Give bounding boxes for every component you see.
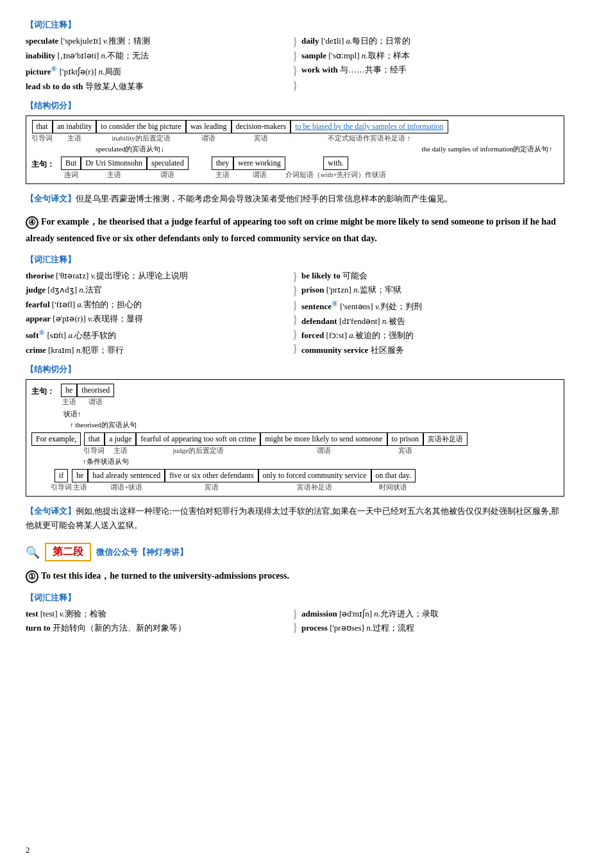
section-tag: 第二段 [45,543,91,561]
vocab-entry: turn to 开始转向（新的方法、新的对象等） [26,622,289,634]
vocab-divider: } } } } [289,35,301,92]
para-4-text: ④For example，he theorised that a judge f… [26,214,564,246]
vocab-entry: test [test] v.测验；检验 [26,608,289,620]
vocab-divider-4: } } } } } } [289,269,301,356]
struct-title-4: 【结构切分】 [26,364,564,375]
vocab-entry: sentence⑧ ['sentəns] v.判处；判刑 [301,298,564,313]
section-vocab-4: 【词汇注释】 theorise ['θɪəraɪz] v.提出理论；从理论上说明… [26,254,564,356]
vocab-title-4: 【词汇注释】 [26,254,564,266]
vocab-entry: work with 与……共事；经手 [301,64,564,76]
vocab-entry: community service 社区服务 [301,344,564,357]
vocab-divider-s2p1: } } [289,608,301,634]
section-tag-label: 第二段 [53,546,83,557]
vocab-entry: fearful ['fɪəfl] a.害怕的；担心的 [26,298,289,311]
vocab-entry: process ['prəʊses] n.过程；流程 [301,622,564,634]
vocab-right-4: be likely to 可能会 prison ['prɪzn] n.监狱；牢狱… [301,269,564,356]
vocab-entry: soft⑧ [sɒft] a.心慈手软的 [26,327,289,342]
para-num-circle-1: ① [26,570,38,583]
vocab-title-1: 【词汇注释】 [26,19,564,31]
vocab-entry: crime [kraɪm] n.犯罪；罪行 [26,344,289,357]
struct-diagram-1: that 引导词 an inability 主语 to consider the… [26,115,564,184]
vocab-entry: judge [dʒʌdʒ] n.法官 [26,284,289,296]
vocab-entry: prison ['prɪzn] n.监狱；牢狱 [301,284,564,296]
vocab-entry: be likely to 可能会 [301,269,564,282]
vocab-entry: lead sb to do sth 导致某人做某事 [26,80,289,93]
struct-diagram-4: 主句： he 主语 theorised 谓语 状语↑ ↑ theorised的宾… [26,379,564,497]
vocab-right-1: daily ['deɪli] a.每日的；日常的 sample ['sɑːmpl… [301,35,564,92]
vocab-entry: appear [ə'pɪə(r)] v.表现得；显得 [26,312,289,325]
translation-4: 【全句译文】例如,他提出这样一种理论:一位害怕对犯罪行为表现得太过手软的法官,如… [26,504,564,532]
vocab-left-s2p1: test [test] v.测验；检验 turn to 开始转向（新的方法、新的… [26,608,289,634]
vocab-left-1: speculate ['spekjuleɪt] v.推测；猜测 inabilit… [26,35,289,92]
vocab-entry: theorise ['θɪəraɪz] v.提出理论；从理论上说明 [26,269,289,282]
vocab-grid-1: speculate ['spekjuleɪt] v.推测；猜测 inabilit… [26,35,564,92]
vocab-entry: speculate ['spekjuleɪt] v.推测；猜测 [26,35,289,47]
vocab-entry: inability [ˌɪnə'bɪləti] n.不能；无法 [26,49,289,62]
translation-1: 【全句译文】但是乌里·西蒙逊博士推测，不能考虑全局会导致决策者受他们经手的日常信… [26,192,564,206]
section-struct-1: 【结构切分】 that 引导词 an inability 主语 to consi… [26,100,564,184]
page-number: 2 [26,845,30,855]
watermark: 微信公众号【神灯考讲】 [96,547,188,558]
para-1-s2: ①To test this idea，he turned to the univ… [26,568,564,584]
para-num-circle-4: ④ [26,216,38,229]
search-icon: 🔍 [26,545,40,559]
vocab-title-s2p1: 【词汇注释】 [26,592,564,604]
vocab-entry: sample ['sɑːmpl] n.取样；样本 [301,49,564,62]
section-vocab-1: 【词汇注释】 speculate ['spekjuleɪt] v.推测；猜测 i… [26,19,564,92]
section-2-header: 🔍 第二段 微信公众号【神灯考讲】 [26,543,564,561]
struct-title-1: 【结构切分】 [26,100,564,112]
vocab-entry: admission [əd'mɪʃn] n.允许进入；录取 [301,608,564,620]
section-vocab-s2p1: 【词汇注释】 test [test] v.测验；检验 turn to 开始转向（… [26,592,564,634]
vocab-right-s2p1: admission [əd'mɪʃn] n.允许进入；录取 process ['… [301,608,564,634]
vocab-grid-s2p1: test [test] v.测验；检验 turn to 开始转向（新的方法、新的… [26,608,564,634]
para-4: ④For example，he theorised that a judge f… [26,214,564,246]
vocab-entry: daily ['deɪli] a.每日的；日常的 [301,35,564,47]
para-1-s2-text: ①To test this idea，he turned to the univ… [26,568,564,584]
section-struct-4: 【结构切分】 主句： he 主语 theorised 谓语 状语↑ [26,364,564,497]
vocab-left-4: theorise ['θɪəraɪz] v.提出理论；从理论上说明 judge … [26,269,289,356]
vocab-entry: picture⑧ ['pɪktʃə(r)] n.局面 [26,64,289,78]
vocab-entry: defendant [dɪ'fendənt] n.被告 [301,315,564,328]
vocab-grid-4: theorise ['θɪəraɪz] v.提出理论；从理论上说明 judge … [26,269,564,356]
vocab-entry: forced [fɔːst] a.被迫的；强制的 [301,329,564,342]
